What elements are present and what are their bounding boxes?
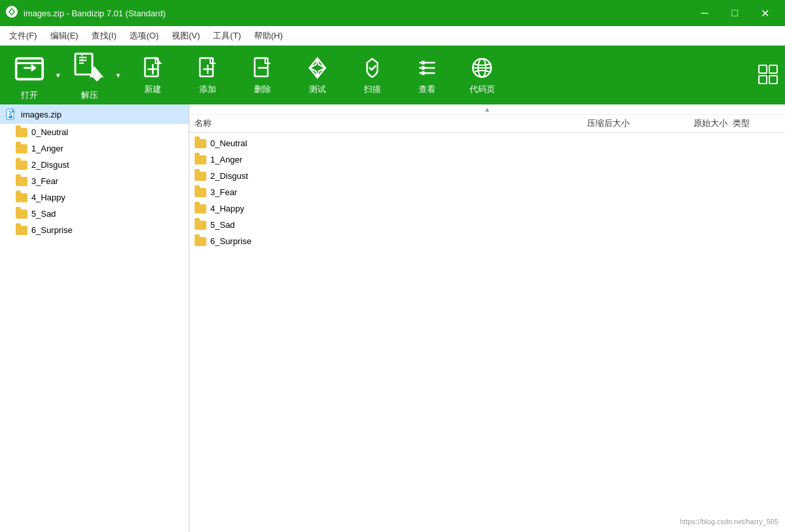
svg-rect-21 <box>10 112 12 114</box>
tree-root[interactable]: images.zip <box>0 104 189 124</box>
folder-icon <box>195 172 206 181</box>
extract-button-group: 解压 ▼ <box>67 49 124 101</box>
new-label: 新建 <box>144 84 161 95</box>
maximize-button[interactable]: □ <box>720 0 750 26</box>
menu-item-V[interactable]: 视图(V) <box>165 27 206 44</box>
folder-icon <box>195 188 206 197</box>
file-item-label: 4_Happy <box>210 204 244 213</box>
menu-item-H[interactable]: 帮助(H) <box>248 27 289 44</box>
new-button[interactable]: 新建 <box>127 49 179 101</box>
folder-icon <box>16 193 27 202</box>
file-item-label: 5_Sad <box>210 220 235 230</box>
file-item-label: 3_Fear <box>210 187 237 197</box>
menu-item-T[interactable]: 工具(T) <box>206 27 248 44</box>
main-area: images.zip 0_Neutral 1_Anger 2_Disgust 3… <box>0 104 785 532</box>
svg-rect-24 <box>8 116 12 118</box>
file-item-label: 2_Disgust <box>210 171 248 181</box>
test-label: 测试 <box>309 84 326 95</box>
add-button[interactable]: 添加 <box>182 49 234 101</box>
tree-item-label: 6_Surprise <box>31 225 72 235</box>
svg-rect-22 <box>9 114 10 115</box>
folder-icon <box>16 210 27 219</box>
tree-item-label: 5_Sad <box>31 209 56 219</box>
tree-item-label: 0_Neutral <box>31 127 68 137</box>
menu-item-F[interactable]: 文件(F) <box>3 27 44 44</box>
folder-icon <box>195 139 206 148</box>
menu-item-O[interactable]: 选项(O) <box>123 27 165 44</box>
tree-item[interactable]: 5_Sad <box>0 206 189 222</box>
toolbar: 打开 ▼ 解压 ▼ 新建 <box>0 46 785 104</box>
file-item[interactable]: 4_Happy <box>189 200 785 217</box>
file-item[interactable]: 1_Anger <box>189 151 785 168</box>
close-button[interactable]: ✕ <box>750 0 780 26</box>
file-item[interactable]: 2_Disgust <box>189 168 785 184</box>
svg-point-11 <box>421 71 425 75</box>
open-label: 打开 <box>21 89 38 101</box>
col-original-header: 原始大小 <box>630 117 728 129</box>
svg-rect-18 <box>769 76 777 84</box>
svg-rect-17 <box>759 76 767 84</box>
folder-icon <box>195 237 206 246</box>
file-item-name: 0_Neutral <box>195 138 512 148</box>
extract-dropdown-arrow[interactable]: ▼ <box>112 49 124 101</box>
file-item[interactable]: 6_Surprise <box>189 233 785 249</box>
view-button[interactable]: 查看 <box>401 49 453 101</box>
tree-item[interactable]: 6_Surprise <box>0 222 189 238</box>
title-bar-controls: ─ □ ✕ <box>690 0 780 26</box>
file-item[interactable]: 0_Neutral <box>189 135 785 151</box>
file-item-name: 1_Anger <box>195 155 512 164</box>
folder-icon <box>16 144 27 153</box>
col-compressed-header: 压缩后大小 <box>512 117 630 129</box>
menu-item-E[interactable]: 编辑(E) <box>44 27 85 44</box>
svg-rect-16 <box>769 65 777 73</box>
zip-icon <box>5 108 17 120</box>
scan-label: 扫描 <box>364 84 381 95</box>
folder-icon <box>16 161 27 170</box>
file-item-name: 2_Disgust <box>195 171 512 181</box>
tree-item-label: 2_Disgust <box>31 160 69 170</box>
watermark: https://blog.csdn.net/harry_505 <box>680 518 778 525</box>
extract-label: 解压 <box>81 89 98 101</box>
file-item-label: 1_Anger <box>210 155 242 164</box>
grid-icon-button[interactable] <box>758 64 778 87</box>
scan-button[interactable]: 扫描 <box>346 49 398 101</box>
open-button[interactable]: 打开 <box>7 49 52 101</box>
extract-button[interactable]: 解压 <box>67 49 112 101</box>
tree-item[interactable]: 3_Fear <box>0 173 189 189</box>
title-text: images.zip - Bandizip 7.01 (Standard) <box>24 8 166 18</box>
right-panel: ▲ 名称 压缩后大小 原始大小 类型 0_Neutral 1_Anger 2_D… <box>189 104 785 532</box>
menu-item-I[interactable]: 查找(I) <box>85 27 123 44</box>
minimize-button[interactable]: ─ <box>690 0 720 26</box>
file-item-name: 4_Happy <box>195 204 512 213</box>
file-item-label: 0_Neutral <box>210 138 247 148</box>
test-button[interactable]: 测试 <box>291 49 344 101</box>
file-item[interactable]: 3_Fear <box>189 184 785 200</box>
tree-item[interactable]: 1_Anger <box>0 140 189 157</box>
tree-item-label: 3_Fear <box>31 176 58 186</box>
tree-item-label: 1_Anger <box>31 144 63 153</box>
tree-item[interactable]: 4_Happy <box>0 189 189 206</box>
folder-icon <box>16 177 27 186</box>
tree-item[interactable]: 2_Disgust <box>0 157 189 173</box>
codepage-label: 代码页 <box>470 84 495 95</box>
file-item-name: 6_Surprise <box>195 236 512 246</box>
file-item[interactable]: 5_Sad <box>189 217 785 233</box>
file-list: 0_Neutral 1_Anger 2_Disgust 3_Fear 4 <box>189 133 785 532</box>
root-label: images.zip <box>21 110 61 119</box>
folder-icon <box>195 204 206 213</box>
column-headers: 名称 压缩后大小 原始大小 类型 <box>189 115 785 133</box>
folder-icon <box>195 155 206 164</box>
tree-item[interactable]: 0_Neutral <box>0 124 189 140</box>
folder-icon <box>195 221 206 230</box>
folder-icon <box>16 226 27 235</box>
open-button-group: 打开 ▼ <box>7 49 64 101</box>
file-item-name: 5_Sad <box>195 220 512 230</box>
col-type-header: 类型 <box>728 117 780 129</box>
svg-rect-20 <box>9 111 10 112</box>
title-bar-left: images.zip - Bandizip 7.01 (Standard) <box>5 5 166 22</box>
open-dropdown-arrow[interactable]: ▼ <box>52 49 64 101</box>
delete-button[interactable]: 删除 <box>236 49 289 101</box>
codepage-button[interactable]: 代码页 <box>456 49 508 101</box>
file-item-name: 3_Fear <box>195 187 512 197</box>
delete-label: 删除 <box>254 84 271 95</box>
